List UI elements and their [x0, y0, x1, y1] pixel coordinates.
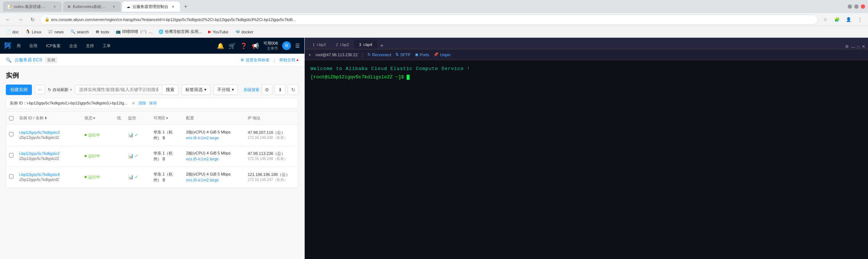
search-sidebar-icon: 🔍: [6, 57, 12, 63]
nav-item-zhichi[interactable]: 支持: [83, 43, 97, 49]
nav-item-icp[interactable]: ICP备案: [43, 43, 63, 49]
row3-instance-id-link[interactable]: i-bp12igqv5c7kdligslo4: [19, 172, 79, 177]
window-maximize[interactable]: [854, 4, 859, 9]
reconnect-button[interactable]: ↻ Reconnect: [367, 52, 391, 57]
settings-icon[interactable]: ⋮: [855, 15, 865, 25]
bookmark-docker[interactable]: 🐳docker: [232, 28, 256, 35]
filter-save-link[interactable]: 保存: [149, 100, 157, 106]
address-text: ecs.console.aliyun.com/server/region/cn-…: [51, 17, 296, 22]
question-icon[interactable]: ❓: [240, 42, 247, 49]
new-tab-button[interactable]: +: [181, 2, 190, 11]
nav-item-yong[interactable]: 用: [14, 43, 24, 49]
bookmark-search[interactable]: 🔍search: [67, 28, 92, 35]
sort-icon[interactable]: ⬍: [44, 116, 47, 120]
bookmark-youtube[interactable]: ▶YouTube: [205, 28, 231, 35]
tab-title-notes: notes-集群搭建-初始…: [14, 4, 50, 9]
row2-select[interactable]: [9, 153, 13, 157]
profile-icon[interactable]: 👤: [843, 15, 853, 25]
terminal-cursor: [407, 75, 410, 80]
bookmark-star-icon[interactable]: ☆: [820, 15, 830, 25]
ports-button[interactable]: ◉ Ports: [415, 52, 429, 57]
terminal-maximize-icon[interactable]: □: [857, 45, 860, 49]
forward-button[interactable]: →: [15, 15, 25, 25]
settings-link[interactable]: ⚙ 设置全局标签: [240, 57, 270, 63]
tab-ecs[interactable]: ☁ 云服务器管理控制台 ×: [122, 1, 180, 12]
th-monitor: 监控: [125, 115, 151, 121]
tab-number-1: 1: [313, 43, 315, 47]
row2-instance-id-link[interactable]: i-bp12igqv5c7kdligslo2: [19, 151, 79, 156]
tab-k8s[interactable]: ☸ Kubernetes基础概念 ×: [63, 1, 121, 12]
menu-icon[interactable]: ☰: [295, 43, 300, 49]
reload-button[interactable]: ↻: [28, 15, 38, 25]
row1-select[interactable]: [9, 132, 13, 136]
bookmark-news[interactable]: 📰news: [45, 28, 67, 35]
tab-notes[interactable]: 📝 notes-集群搭建-初始… ×: [3, 1, 62, 12]
ecs-breadcrumb-bar: 🔍 云服务器 ECS 实例 ⚙ 设置全局标签 | 帮助文档 ●: [0, 54, 304, 67]
filter-clear-link[interactable]: 清除: [138, 100, 146, 106]
filter-bar: 实例 ID：i-bp12igqv5c7kdligslo2,i-bp12igqv5…: [6, 98, 299, 108]
zone-filter-icon[interactable]: ▾: [166, 116, 168, 120]
select-all-checkbox[interactable]: [9, 116, 13, 120]
download-button[interactable]: ⬇: [275, 84, 285, 95]
user-avatar[interactable]: 用: [282, 41, 291, 50]
gear-button[interactable]: ⚙: [262, 84, 272, 95]
cart-icon[interactable]: 🛒: [229, 42, 236, 49]
filter-close-icon[interactable]: ✕: [132, 101, 135, 106]
unpin-button[interactable]: 📌 Unpin: [433, 52, 451, 57]
bookmark-tools[interactable]: 🛠tools: [92, 29, 112, 35]
table-header: 实例 ID / 名称 ⬍ 状态 ▾ 统 监控 可用区 ▾ 配置 IP 地址: [6, 112, 298, 125]
tag-filter-button[interactable]: 标签筛选 ▾: [181, 85, 210, 95]
terminal-content: Welcome to Alibaba Cloud Elastic Compute…: [305, 60, 868, 259]
bookmark-linux[interactable]: 🐧Linux: [22, 28, 44, 35]
tab-close-ecs[interactable]: ×: [170, 4, 176, 9]
terminal-add-tab[interactable]: +: [377, 42, 386, 49]
group-button[interactable]: 不分组 ▾: [213, 85, 238, 95]
extensions-icon[interactable]: 🧩: [832, 15, 842, 25]
nav-item-qiye[interactable]: 企业: [66, 43, 80, 49]
tab-close-k8s[interactable]: ×: [111, 4, 116, 9]
row1-instance-id-link[interactable]: i-bp12igqv5c7kdligslo3: [19, 130, 79, 135]
announce-icon[interactable]: 📢: [252, 42, 259, 49]
bell-icon[interactable]: 🔔: [217, 42, 224, 49]
th-checkbox: [6, 116, 16, 120]
row1-chart-icon[interactable]: 📊: [128, 132, 133, 137]
terminal-close-icon[interactable]: ✕: [862, 44, 865, 49]
row3-select[interactable]: [9, 174, 13, 178]
terminal-tabs: 1 i-bp3 2 i-bp2 3 i-bp4 + ⚙ — □ ✕: [305, 38, 868, 49]
address-bar[interactable]: 🔒 ecs.console.aliyun.com/server/region/c…: [40, 15, 818, 25]
row2-chart-icon[interactable]: 📊: [128, 153, 133, 159]
row3-check-icon: ✓: [135, 174, 138, 180]
terminal-tab-bp4[interactable]: 3 i-bp4: [354, 40, 377, 49]
terminal-settings-icon[interactable]: ⚙: [845, 44, 849, 49]
create-instance-button[interactable]: 创建实例: [6, 85, 32, 95]
row2-config-type-link[interactable]: ecs.t5-lc1m2.large: [186, 156, 242, 162]
tab-close-notes[interactable]: ×: [52, 4, 57, 9]
search-button[interactable]: 搜索: [162, 85, 178, 95]
back-button[interactable]: ←: [3, 15, 13, 25]
terminal-tab-bp3[interactable]: 1 i-bp3: [308, 40, 331, 49]
bookmark-qiaoying[interactable]: 🌐恰鹰导航官网-实用...: [156, 28, 205, 36]
search-input[interactable]: [75, 85, 162, 94]
bookmark-doc[interactable]: 📄doc: [3, 28, 22, 35]
nav-item-gongdan[interactable]: 工单: [100, 43, 114, 49]
row3-chart-icon[interactable]: 📊: [128, 174, 133, 180]
help-link[interactable]: 帮助文档 ●: [279, 57, 299, 63]
th-config: 配置: [183, 115, 245, 121]
main-layout: 阿 用 应用 ICP备案 企业 支持 工单 🔔 🛒 ❓ 📢 可用008 主率币 …: [0, 38, 868, 259]
adv-search-link[interactable]: 高级搜索: [243, 87, 259, 92]
row1-instance-name: iZbp12igqv5c7kdligslo3Z: [19, 135, 79, 140]
status-filter-icon[interactable]: ▾: [93, 116, 95, 120]
row3-config-type-link[interactable]: ecs.t5-lc1m2.large: [186, 177, 242, 183]
terminal-welcome-line: Welcome to Alibaba Cloud Elastic Compute…: [310, 66, 862, 71]
window-minimize[interactable]: [848, 4, 852, 9]
terminal-minimize-icon[interactable]: —: [851, 45, 855, 49]
more-actions-button[interactable]: ···: [35, 85, 45, 94]
sftp-button[interactable]: ⇅ SFTP: [395, 52, 410, 57]
terminal-tab-bp2[interactable]: 2 i-bp2: [331, 40, 354, 49]
bookmark-bilibili[interactable]: 📺哔哩哔哩（'·'）...: [113, 28, 155, 36]
breadcrumb-ecs[interactable]: 云服务器 ECS: [15, 57, 42, 63]
refresh-button[interactable]: ↻: [288, 84, 299, 95]
row1-config-type-link[interactable]: ecs.t5-lc1m2.large: [186, 135, 242, 141]
window-close[interactable]: [861, 4, 865, 9]
nav-item-yingyong[interactable]: 应用: [26, 43, 40, 49]
